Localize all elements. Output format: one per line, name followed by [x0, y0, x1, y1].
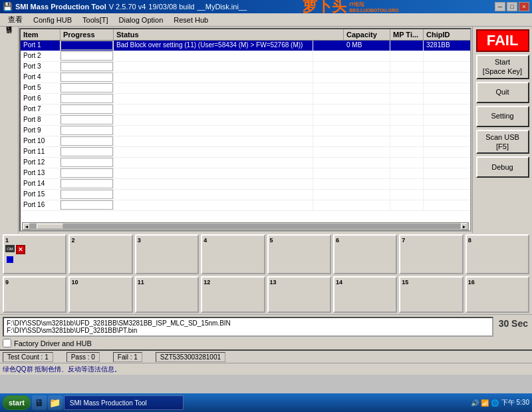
table-row[interactable]: Port 1 Bad Block over setting (11) (User…: [21, 41, 470, 51]
port-cell-4[interactable]: 4: [201, 234, 265, 274]
info-text: 绿色QQ群 抵制色情、反动等违法信息。: [3, 365, 121, 373]
col-mpti: MP Ti...: [390, 29, 424, 40]
port-grid-section: 1 OM ✕ 2 3 4 5 6 7: [0, 233, 532, 314]
port-3-num: 3: [138, 237, 196, 244]
port-8-num: 8: [468, 237, 527, 244]
port-1-indicator: [7, 256, 13, 263]
menu-tools[interactable]: Tools[T]: [77, 15, 114, 25]
table-header: Item Progress Status Capacity MP Ti... C…: [21, 29, 470, 41]
taskbar-icon-1: 🖥: [32, 395, 47, 410]
maximize-button[interactable]: □: [507, 2, 517, 11]
table-row[interactable]: Port 10: [21, 136, 470, 147]
port-cell-2[interactable]: 2: [68, 234, 132, 274]
factory-checkbox[interactable]: [3, 339, 11, 347]
setting-button[interactable]: Setting: [476, 106, 529, 127]
port-12-num: 12: [203, 279, 262, 286]
status-bar: Test Count : 1 Pass : 0 Fail : 1 SZT5353…: [0, 349, 532, 363]
menu-reset-hub[interactable]: Reset Hub: [168, 15, 213, 25]
menu-view[interactable]: 查看: [3, 13, 28, 26]
port-5-num: 5: [270, 237, 329, 244]
table-row[interactable]: Port 12: [21, 158, 470, 168]
watermark-char: 萝卜头: [303, 0, 346, 14]
col-chipid: ChipID: [424, 29, 470, 40]
factory-label: Factory Driver and HUB: [14, 339, 92, 347]
col-progress: Progress: [61, 29, 114, 40]
table-row[interactable]: Port 9: [21, 126, 470, 136]
port-13-num: 13: [270, 279, 329, 286]
port-1-num: 1: [5, 237, 64, 244]
title-bar-controls[interactable]: ─ □ ×: [495, 2, 529, 11]
port-1-usb-icon: OM: [5, 245, 15, 252]
tray-icons: 🔊 📶 🌐: [471, 399, 499, 407]
taskbar-task-1[interactable]: SMI Mass Production Tool: [64, 395, 184, 410]
table-row[interactable]: Port 6: [21, 94, 470, 104]
table-row[interactable]: Port 5: [21, 83, 470, 94]
port-cell-7[interactable]: 7: [399, 234, 463, 274]
table-row[interactable]: Port 7: [21, 104, 470, 115]
scan-usb-button[interactable]: Scan USB[F5]: [476, 130, 529, 154]
fail-count: Fail : 1: [113, 352, 142, 362]
table-row[interactable]: Port 4: [21, 73, 470, 83]
port-cell-8[interactable]: 8: [466, 234, 529, 274]
table-row[interactable]: Port 13: [21, 168, 470, 179]
table-row[interactable]: Port 16: [21, 200, 470, 211]
col-item: Item: [21, 29, 61, 40]
title-bar-left: 💾 SMI Mass Production Tool V 2.5.70 v4 1…: [3, 2, 247, 11]
table-container: Item Progress Status Capacity MP Ti... C…: [19, 28, 471, 232]
menu-dialog-option[interactable]: Dialog Option: [114, 15, 169, 25]
port-10-num: 10: [71, 279, 130, 286]
port-row-1: 1 OM ✕ 2 3 4 5 6 7: [3, 234, 529, 274]
timer-display: 30 Sec: [497, 317, 529, 330]
port-cell-12[interactable]: 12: [201, 276, 265, 313]
port-9-num: 9: [5, 279, 64, 286]
info-bar: 绿色QQ群 抵制色情、反动等违法信息。: [0, 363, 532, 375]
port-cell-6[interactable]: 6: [333, 234, 397, 274]
table-row[interactable]: Port 14: [21, 179, 470, 190]
port-cell-10[interactable]: 10: [68, 276, 132, 313]
port-16-num: 16: [468, 279, 527, 286]
start-button[interactable]: Start[Space Key]: [476, 55, 529, 79]
quit-button[interactable]: Quit: [476, 82, 529, 103]
app-title: SMI Mass Production Tool: [15, 3, 106, 11]
minimize-button[interactable]: ─: [495, 2, 505, 11]
close-button[interactable]: ×: [519, 2, 529, 11]
windows-start-button[interactable]: start: [3, 395, 31, 410]
horizontal-scrollbar[interactable]: ◄ ►: [22, 222, 469, 230]
scroll-track: [30, 224, 461, 229]
table-row[interactable]: Port 3: [21, 62, 470, 73]
app-ini: __MyDisk.ini__: [197, 3, 247, 11]
port-cell-11[interactable]: 11: [135, 276, 199, 313]
scroll-left-btn[interactable]: ◄: [23, 223, 30, 230]
port-cell-14[interactable]: 14: [333, 276, 397, 313]
port-1-icons: OM ✕: [5, 245, 64, 254]
table-row[interactable]: Port 2: [21, 51, 470, 62]
table-row[interactable]: Port 11: [21, 147, 470, 158]
file-paths: F:\DIY\SSD\sm3281bb\UFD_3281BB\SM3281BB_…: [3, 317, 493, 337]
port-4-num: 4: [203, 237, 262, 244]
debug-button[interactable]: Debug: [476, 156, 529, 178]
scroll-thumb[interactable]: [37, 224, 63, 229]
test-count: Test Count : 1: [3, 352, 53, 362]
port-cell-13[interactable]: 13: [267, 276, 331, 313]
tray-time: 下午 5:30: [501, 398, 529, 407]
port-cell-3[interactable]: 3: [135, 234, 199, 274]
app-build: 19/03/08 build: [148, 3, 194, 11]
port-cell-9[interactable]: 9: [3, 276, 66, 313]
port-cell-1[interactable]: 1 OM ✕: [3, 234, 66, 274]
sys-tray: 🔊 📶 🌐 下午 5:30: [471, 398, 529, 407]
port-cell-16[interactable]: 16: [466, 276, 529, 313]
file-path-1: F:\DIY\SSD\sm3281bb\UFD_3281BB\SM3281BB_…: [7, 319, 489, 327]
table-body: Port 1 Bad Block over setting (11) (User…: [21, 41, 470, 222]
factory-check-row: Factory Driver and HUB: [3, 339, 493, 347]
port-cell-5[interactable]: 5: [267, 234, 331, 274]
file-section: F:\DIY\SSD\sm3281bb\UFD_3281BB\SM3281BB_…: [0, 314, 532, 349]
port-cell-15[interactable]: 15: [399, 276, 463, 313]
port-15-num: 15: [402, 279, 460, 286]
menu-config-hub[interactable]: Config HUB: [28, 15, 77, 25]
main-area: 查看 切换 制表 贴近 切换 Item Progress Status Capa…: [0, 27, 532, 233]
port-14-num: 14: [336, 279, 394, 286]
table-row[interactable]: Port 15: [21, 190, 470, 200]
scroll-right-btn[interactable]: ►: [461, 223, 467, 230]
menu-bar: 查看 Config HUB Tools[T] Dialog Option Res…: [0, 13, 532, 27]
table-row[interactable]: Port 8: [21, 115, 470, 126]
